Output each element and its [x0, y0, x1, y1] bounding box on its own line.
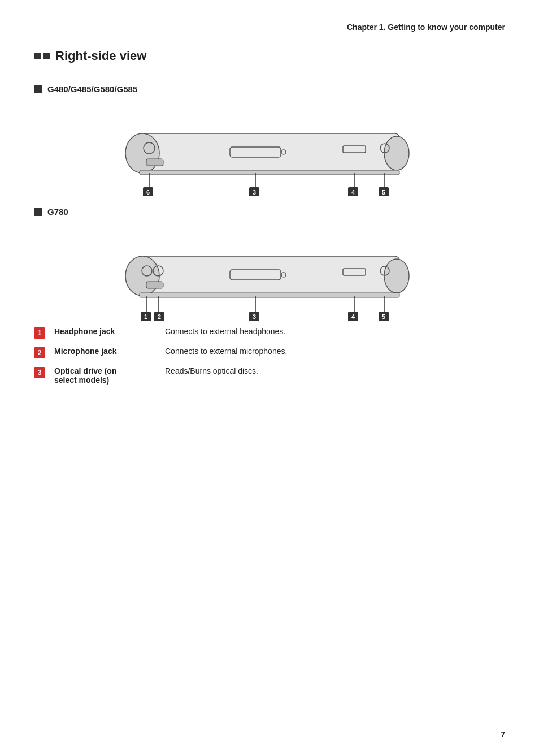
- descriptions-section: 1 Headphone jack Connects to external he…: [34, 327, 505, 385]
- diagram-g780: 1 2 3 4 5: [94, 228, 445, 321]
- square-icon-1: [34, 53, 41, 59]
- desc-text-2: Connects to external microphones.: [165, 347, 287, 356]
- svg-rect-22: [140, 256, 399, 296]
- svg-text:4: 4: [351, 189, 355, 196]
- desc-title-3: Optical drive (onselect models): [54, 366, 156, 385]
- svg-text:3: 3: [253, 313, 256, 320]
- svg-rect-31: [140, 293, 399, 297]
- svg-text:1: 1: [144, 313, 147, 320]
- svg-text:2: 2: [158, 313, 161, 320]
- desc-text-1: Connects to external headphones.: [165, 327, 285, 336]
- desc-title-3-text: Optical drive (onselect models): [54, 366, 116, 385]
- chapter-header: Chapter 1. Getting to know your computer: [34, 23, 505, 32]
- svg-point-24: [384, 259, 409, 293]
- svg-point-1: [125, 133, 159, 173]
- desc-num-1: 1: [34, 327, 45, 339]
- square-icon-2: [43, 53, 50, 59]
- subsection-g780-label: G780: [47, 207, 68, 217]
- desc-num-3: 3: [34, 367, 45, 378]
- section-title-icons: [34, 53, 50, 59]
- svg-point-23: [125, 256, 159, 296]
- diagram-g480-wrap: 6 3 4 5: [34, 105, 505, 196]
- desc-text-3: Reads/Burns optical discs.: [165, 366, 258, 375]
- subsection-g780: G780: [34, 207, 505, 217]
- subsection-g480: G480/G485/G580/G585: [34, 84, 505, 94]
- desc-title-1: Headphone jack: [54, 327, 156, 336]
- svg-rect-0: [140, 133, 399, 173]
- subsection-icon-1: [34, 85, 42, 93]
- desc-title-1-text: Headphone jack: [54, 327, 115, 336]
- svg-text:4: 4: [351, 313, 355, 320]
- svg-point-2: [384, 136, 409, 170]
- subsection-icon-2: [34, 208, 42, 216]
- svg-rect-9: [146, 159, 163, 166]
- desc-row-2: 2 Microphone jack Connects to external m…: [34, 347, 505, 358]
- diagram-g780-wrap: 1 2 3 4 5: [34, 228, 505, 321]
- page-number-text: 7: [501, 730, 505, 739]
- page-number: 7: [501, 730, 505, 739]
- svg-rect-8: [140, 170, 399, 175]
- desc-row-1: 1 Headphone jack Connects to external he…: [34, 327, 505, 339]
- section-title-text: Right-side view: [55, 49, 146, 63]
- svg-text:6: 6: [146, 189, 150, 196]
- section-title: Right-side view: [34, 49, 505, 67]
- svg-text:5: 5: [382, 189, 385, 196]
- svg-rect-32: [146, 282, 163, 288]
- diagram-g480: 6 3 4 5: [94, 105, 445, 196]
- page: Chapter 1. Getting to know your computer…: [0, 0, 539, 756]
- desc-row-3: 3 Optical drive (onselect models) Reads/…: [34, 366, 505, 385]
- desc-title-2: Microphone jack: [54, 347, 156, 356]
- chapter-title: Chapter 1. Getting to know your computer: [347, 23, 505, 32]
- svg-text:5: 5: [382, 313, 385, 320]
- svg-text:3: 3: [253, 189, 256, 196]
- desc-title-2-text: Microphone jack: [54, 347, 116, 356]
- subsection-g480-label: G480/G485/G580/G585: [47, 84, 137, 94]
- desc-num-2: 2: [34, 347, 45, 358]
